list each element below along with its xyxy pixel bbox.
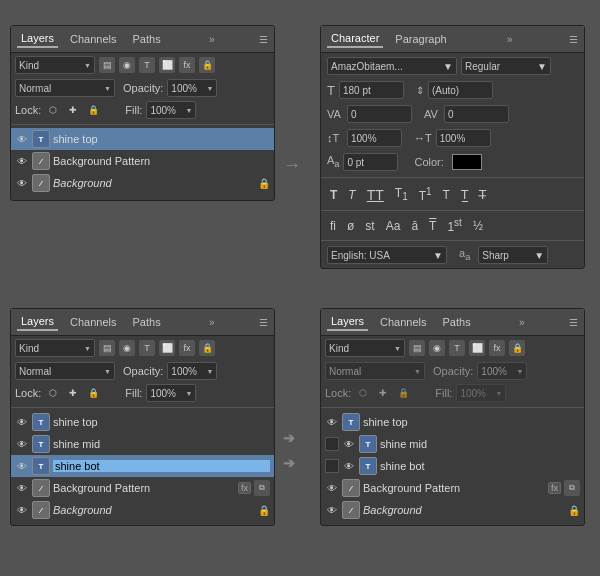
type-style-btn-3[interactable]: TT [364, 186, 387, 204]
lock-filter-br[interactable]: 🔒 [509, 340, 525, 356]
filter-icon-tl[interactable]: ▤ [99, 57, 115, 73]
tab-paths-bl[interactable]: Paths [129, 314, 165, 330]
fill-tl[interactable]: 100%▼ [146, 101, 196, 119]
tracking-field[interactable]: 0 [444, 105, 509, 123]
checkbox-br-3[interactable] [325, 459, 339, 473]
eye-icon-br-3[interactable]: 👁 [342, 459, 356, 473]
filter-icon-br[interactable]: ▤ [409, 340, 425, 356]
type-style-btn-5[interactable]: T1 [416, 185, 435, 204]
layer-row-shine-mid-br[interactable]: 👁 T shine mid [321, 433, 584, 455]
layer-row-bg-pattern-tl[interactable]: 👁 ⁄ Background Pattern [11, 150, 274, 172]
filter-icon-bl[interactable]: ▤ [99, 340, 115, 356]
copy-icon-br[interactable]: ⧉ [564, 480, 580, 496]
char-panel-menu[interactable]: ☰ [569, 34, 578, 45]
lock-pixel-tl[interactable]: ⬡ [45, 102, 61, 118]
tab-channels-bl[interactable]: Channels [66, 314, 120, 330]
lock-filter-tl[interactable]: 🔒 [199, 57, 215, 73]
panel-menu-tl[interactable]: ☰ [259, 34, 268, 45]
checkbox-br-2[interactable] [325, 437, 339, 451]
color-swatch[interactable] [452, 154, 482, 170]
type-style-btn-8[interactable]: T̶ [476, 187, 489, 203]
anti-alias-select[interactable]: Sharp▼ [478, 246, 548, 264]
horizontal-scale-field[interactable]: 100% [436, 129, 491, 147]
font-family-select[interactable]: AmazObitaem...▼ [327, 57, 457, 75]
tab-channels-tl[interactable]: Channels [66, 31, 120, 47]
eye-icon-br-5[interactable]: 👁 [325, 503, 339, 517]
copy-icon-bl[interactable]: ⧉ [254, 480, 270, 496]
panel-menu-bl[interactable]: ☰ [259, 317, 268, 328]
blend-mode-bl[interactable]: Normal▼ [15, 362, 115, 380]
eye-filter-bl[interactable]: ◉ [119, 340, 135, 356]
tab-paths-tl[interactable]: Paths [129, 31, 165, 47]
kind-select-br[interactable]: Kind▼ [325, 339, 405, 357]
type-style-btn-7[interactable]: T̲ [458, 187, 471, 203]
tab-channels-br[interactable]: Channels [376, 314, 430, 330]
layer-row-shine-top-br[interactable]: 👁 T shine top [321, 411, 584, 433]
blend-mode-br[interactable]: Normal▼ [325, 362, 425, 380]
fx-filter-tl[interactable]: fx [179, 57, 195, 73]
font-style-select[interactable]: Regular▼ [461, 57, 551, 75]
lock-pos-tl[interactable]: ✚ [65, 102, 81, 118]
type-style-btn-2[interactable]: T [345, 187, 358, 203]
eye-filter-tl[interactable]: ◉ [119, 57, 135, 73]
shape-filter-bl[interactable]: ⬜ [159, 340, 175, 356]
tab-layers-tl[interactable]: Layers [17, 30, 58, 48]
text-filter-bl[interactable]: T [139, 340, 155, 356]
eye-icon-bl-3[interactable]: 👁 [15, 459, 29, 473]
aa-fi[interactable]: fi [327, 218, 339, 234]
leading-field[interactable]: (Auto) [428, 81, 493, 99]
text-filter-tl[interactable]: T [139, 57, 155, 73]
eye-icon-br-1[interactable]: 👁 [325, 415, 339, 429]
lock-pos-br[interactable]: ✚ [375, 385, 391, 401]
eye-icon-bl-1[interactable]: 👁 [15, 415, 29, 429]
opacity-tl[interactable]: 100%▼ [167, 79, 217, 97]
layer-name-bl-3[interactable]: shine bot [53, 460, 270, 472]
panel-collapse-br[interactable]: » [519, 317, 525, 328]
eye-icon-tl-2[interactable]: 👁 [15, 154, 29, 168]
opacity-bl[interactable]: 100%▼ [167, 362, 217, 380]
eye-icon-bl-5[interactable]: 👁 [15, 503, 29, 517]
aa-T[interactable]: T [426, 218, 439, 234]
tab-paragraph[interactable]: Paragraph [391, 31, 450, 47]
panel-menu-br[interactable]: ☰ [569, 317, 578, 328]
layer-row-background-br[interactable]: 👁 ⁄ Background 🔒 [321, 499, 584, 521]
eye-icon-bl-2[interactable]: 👁 [15, 437, 29, 451]
vertical-scale-field[interactable]: 100% [347, 129, 402, 147]
char-panel-collapse[interactable]: » [507, 34, 513, 45]
layer-row-background-tl[interactable]: 👁 ⁄ Background 🔒 [11, 172, 274, 194]
layer-row-bg-pattern-bl[interactable]: 👁 ⁄ Background Pattern fx ⧉ [11, 477, 274, 499]
lock-pixel-br[interactable]: ⬡ [355, 385, 371, 401]
eye-icon-br-4[interactable]: 👁 [325, 481, 339, 495]
type-style-btn-6[interactable]: T [440, 187, 453, 203]
eye-icon-br-2[interactable]: 👁 [342, 437, 356, 451]
aa-macron[interactable]: ā [408, 218, 421, 234]
panel-collapse-tl[interactable]: » [209, 34, 215, 45]
eye-icon-tl-3[interactable]: 👁 [15, 176, 29, 190]
fx-filter-br[interactable]: fx [489, 340, 505, 356]
language-select[interactable]: English: USA▼ [327, 246, 447, 264]
blend-mode-tl[interactable]: Normal▼ [15, 79, 115, 97]
layer-row-bg-pattern-br[interactable]: 👁 ⁄ Background Pattern fx ⧉ [321, 477, 584, 499]
kind-select-bl[interactable]: Kind▼ [15, 339, 95, 357]
kind-select-tl[interactable]: Kind▼ [15, 56, 95, 74]
lock-filter-bl[interactable]: 🔒 [199, 340, 215, 356]
opacity-br[interactable]: 100%▼ [477, 362, 527, 380]
eye-icon-tl-1[interactable]: 👁 [15, 132, 29, 146]
type-style-btn-1[interactable]: T [327, 187, 340, 203]
eye-icon-bl-4[interactable]: 👁 [15, 481, 29, 495]
tab-layers-bl[interactable]: Layers [17, 313, 58, 331]
lock-pixel-bl[interactable]: ⬡ [45, 385, 61, 401]
layer-row-shine-top-tl[interactable]: 👁 T shine top [11, 128, 274, 150]
tab-character[interactable]: Character [327, 30, 383, 48]
lock-all-bl[interactable]: 🔒 [85, 385, 101, 401]
aa-st[interactable]: st [362, 218, 377, 234]
layer-row-shine-mid-bl[interactable]: 👁 T shine mid [11, 433, 274, 455]
layer-row-shine-bot-bl[interactable]: 👁 T shine bot [11, 455, 274, 477]
lock-all-tl[interactable]: 🔒 [85, 102, 101, 118]
type-style-btn-4[interactable]: T1 [392, 185, 411, 203]
baseline-field[interactable]: 0 pt [343, 153, 398, 171]
panel-collapse-bl[interactable]: » [209, 317, 215, 328]
aa-empty[interactable]: ø [344, 218, 357, 234]
lock-pos-bl[interactable]: ✚ [65, 385, 81, 401]
fill-br[interactable]: 100%▼ [456, 384, 506, 402]
